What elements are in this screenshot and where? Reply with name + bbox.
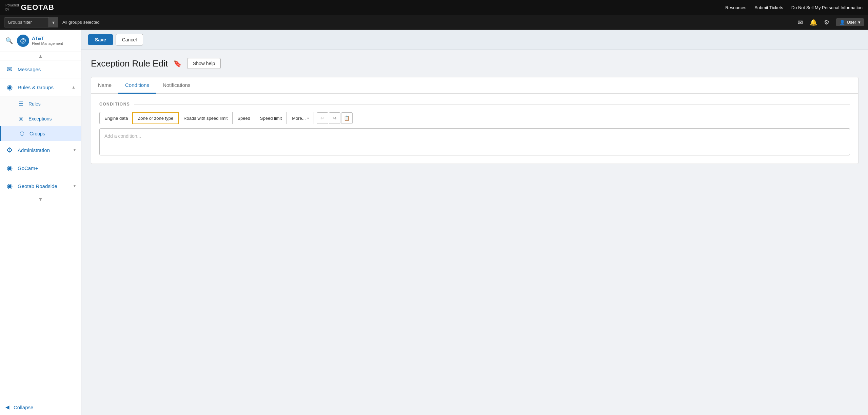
sidebar-item-messages[interactable]: ✉ Messages: [0, 60, 81, 78]
powered-by-text: Powered by: [5, 3, 19, 12]
brand-area: Powered by GEOTAB: [5, 3, 54, 12]
top-nav-links: Resources Submit Tickets Do Not Sell My …: [725, 5, 863, 10]
sub-nav-rules-groups: ☰ Rules ◎ Exceptions ⬡ Groups: [0, 96, 81, 141]
sidebar-item-gocam[interactable]: ◉ GoCam+: [0, 159, 81, 177]
sidebar-item-rules[interactable]: ☰ Rules: [0, 96, 81, 111]
gear-icon[interactable]: ⚙: [824, 19, 829, 26]
brand-sub: Fleet Management: [32, 41, 63, 46]
sidebar-item-label: Messages: [18, 67, 76, 72]
gocam-icon: ◉: [5, 164, 14, 172]
tab-name[interactable]: Name: [91, 77, 118, 94]
collapse-button[interactable]: ◀ Collapse: [0, 399, 81, 415]
chevron-down-icon: ▾: [74, 184, 76, 188]
speed-limit-button[interactable]: Speed limit: [255, 112, 287, 124]
more-arrow-icon: ▾: [307, 116, 309, 120]
condition-placeholder: Add a condition...: [104, 133, 141, 139]
collapse-label: Collapse: [14, 404, 33, 410]
page-title-row: Exception Rule Edit 🔖 Show help: [91, 58, 859, 69]
tab-conditions[interactable]: Conditions: [118, 77, 156, 94]
toolbar: Save Cancel: [81, 30, 868, 50]
app-layout: 🔍 @ AT&T Fleet Management ▲ ✉ Messages ◉…: [0, 30, 868, 415]
sidebar-item-groups[interactable]: ⬡ Groups: [0, 126, 81, 141]
page-area: Exception Rule Edit 🔖 Show help Name Con…: [81, 50, 868, 415]
sidebar-item-geotab-roadside[interactable]: ◉ Geotab Roadside ▾: [0, 177, 81, 195]
bookmark-icon[interactable]: 🔖: [173, 59, 182, 68]
undo-button[interactable]: ↩: [317, 112, 328, 124]
email-icon[interactable]: ✉: [798, 19, 803, 26]
brand-logo: @ AT&T Fleet Management: [17, 35, 63, 47]
tabs: Name Conditions Notifications: [91, 77, 859, 94]
engine-data-button[interactable]: Engine data: [99, 112, 133, 124]
geotab-logo: GEOTAB: [21, 3, 54, 12]
speed-button[interactable]: Speed: [232, 112, 255, 124]
resources-link[interactable]: Resources: [725, 5, 746, 10]
brand-name: AT&T: [32, 36, 63, 41]
collapse-icon: ◀: [5, 404, 9, 410]
condition-input-area[interactable]: Add a condition...: [99, 128, 850, 155]
user-icon: 👤: [840, 20, 845, 25]
search-button[interactable]: 🔍: [5, 37, 13, 44]
save-button[interactable]: Save: [88, 34, 113, 45]
do-not-sell-link[interactable]: Do Not Sell My Personal Information: [791, 5, 863, 10]
conditions-toolbar: Engine data Zone or zone type Roads with…: [99, 112, 850, 124]
roads-with-speed-limit-button[interactable]: Roads with speed limit: [178, 112, 232, 124]
sidebar-item-label: GoCam+: [18, 165, 76, 171]
user-menu-button[interactable]: 👤 User ▾: [836, 18, 864, 26]
more-button[interactable]: More... ▾: [287, 112, 314, 124]
geotab-roadside-icon: ◉: [5, 182, 14, 190]
main-content: Save Cancel Exception Rule Edit 🔖 Show h…: [81, 30, 868, 415]
brand-icon: @: [17, 35, 29, 47]
administration-icon: ⚙: [5, 146, 14, 154]
conditions-panel: CONDITIONS Engine data Zone or zone type…: [91, 94, 859, 164]
sidebar-item-rules-groups[interactable]: ◉ Rules & Groups ▲: [0, 78, 81, 96]
messages-icon: ✉: [5, 65, 14, 73]
groups-filter-arrow-icon[interactable]: ▾: [48, 17, 58, 27]
rules-icon: ☰: [18, 100, 24, 107]
sidebar-item-administration[interactable]: ⚙ Administration ▾: [0, 141, 81, 159]
groups-selected-text: All groups selected: [62, 20, 100, 25]
paste-button[interactable]: 📋: [341, 112, 353, 124]
sidebar-item-label: Exceptions: [28, 116, 52, 121]
rules-groups-icon: ◉: [5, 83, 14, 91]
sidebar-item-label: Rules & Groups: [18, 84, 67, 90]
page-title: Exception Rule Edit: [91, 58, 168, 69]
sidebar-item-label: Administration: [18, 147, 70, 153]
sidebar: 🔍 @ AT&T Fleet Management ▲ ✉ Messages ◉…: [0, 30, 81, 415]
zone-or-zone-type-button[interactable]: Zone or zone type: [132, 112, 179, 124]
redo-button[interactable]: ↪: [329, 112, 340, 124]
sidebar-item-exceptions[interactable]: ◎ Exceptions: [0, 111, 81, 126]
exceptions-icon: ◎: [18, 115, 24, 122]
user-chevron-icon: ▾: [858, 20, 861, 25]
filter-bar: Groups filter ▾ All groups selected ✉ 🔔 …: [0, 15, 868, 30]
filter-bar-icons: ✉ 🔔 ⚙ 👤 User ▾: [798, 18, 864, 26]
cancel-button[interactable]: Cancel: [116, 34, 143, 45]
sidebar-item-label: Geotab Roadside: [18, 183, 70, 189]
groups-icon: ⬡: [19, 130, 25, 137]
sidebar-header: 🔍 @ AT&T Fleet Management: [0, 30, 81, 52]
bell-icon[interactable]: 🔔: [810, 19, 817, 26]
sidebar-item-label: Rules: [28, 101, 41, 107]
condition-actions: ↩ ↪ 📋: [317, 112, 353, 124]
chevron-down-icon: ▾: [74, 148, 76, 152]
brand-text: AT&T Fleet Management: [32, 36, 63, 46]
top-bar: Powered by GEOTAB Resources Submit Ticke…: [0, 0, 868, 15]
conditions-header: CONDITIONS: [99, 102, 850, 107]
sidebar-item-label: Groups: [29, 131, 45, 136]
scroll-up-button[interactable]: ▲: [0, 52, 81, 60]
groups-filter-label: Groups filter: [4, 20, 48, 25]
groups-filter-dropdown[interactable]: Groups filter ▾: [4, 17, 58, 27]
show-help-button[interactable]: Show help: [187, 58, 221, 69]
chevron-up-icon: ▲: [72, 85, 76, 90]
tab-notifications[interactable]: Notifications: [156, 77, 197, 94]
submit-tickets-link[interactable]: Submit Tickets: [754, 5, 783, 10]
user-label: User: [847, 20, 856, 25]
scroll-down-button[interactable]: ▼: [0, 195, 81, 203]
